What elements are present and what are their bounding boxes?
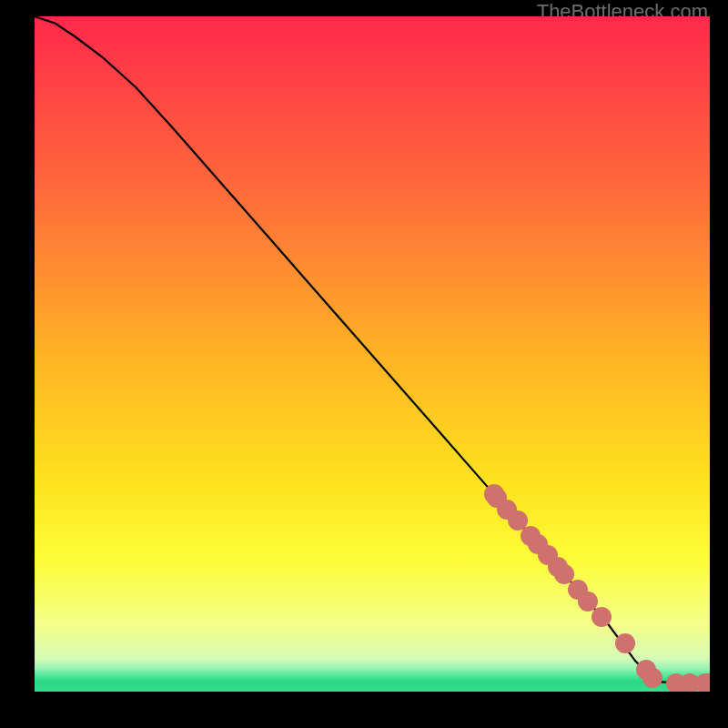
chart-marker — [615, 633, 635, 653]
chart-marker — [592, 607, 612, 627]
chart-marker — [642, 668, 662, 688]
chart-plot-area — [35, 16, 710, 692]
chart-curve — [35, 16, 710, 692]
chart-marker — [700, 673, 710, 692]
